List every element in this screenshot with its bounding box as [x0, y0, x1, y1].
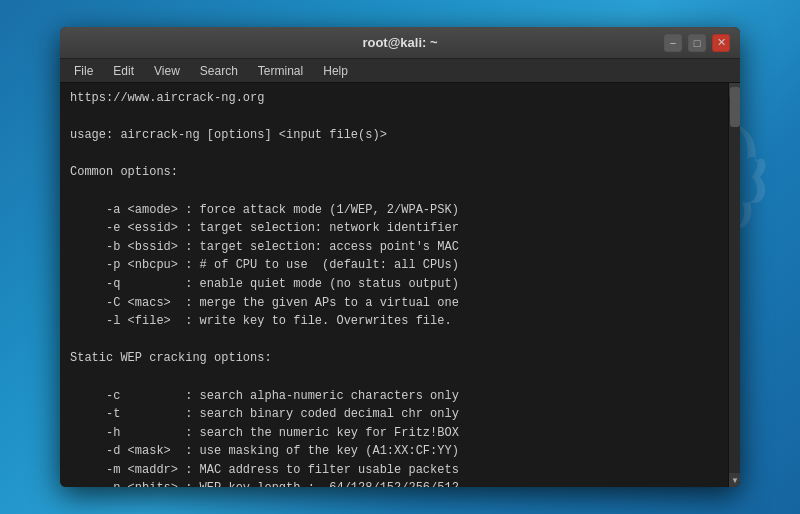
window-title: root@kali: ~	[136, 35, 664, 50]
terminal-output[interactable]: https://www.aircrack-ng.org usage: aircr…	[60, 83, 728, 487]
menu-help[interactable]: Help	[315, 62, 356, 80]
title-bar: root@kali: ~ − □ ✕	[60, 27, 740, 59]
menu-bar: File Edit View Search Terminal Help	[60, 59, 740, 83]
close-button[interactable]: ✕	[712, 34, 730, 52]
minimize-button[interactable]: −	[664, 34, 682, 52]
maximize-button[interactable]: □	[688, 34, 706, 52]
scrollbar[interactable]: ▲ ▼	[728, 83, 740, 487]
menu-file[interactable]: File	[66, 62, 101, 80]
menu-terminal[interactable]: Terminal	[250, 62, 311, 80]
terminal-body: https://www.aircrack-ng.org usage: aircr…	[60, 83, 740, 487]
scroll-down-arrow[interactable]: ▼	[729, 473, 740, 487]
menu-search[interactable]: Search	[192, 62, 246, 80]
window-controls: − □ ✕	[664, 34, 730, 52]
menu-edit[interactable]: Edit	[105, 62, 142, 80]
scrollbar-thumb[interactable]	[730, 87, 740, 127]
terminal-window: root@kali: ~ − □ ✕ File Edit View Search…	[60, 27, 740, 487]
menu-view[interactable]: View	[146, 62, 188, 80]
